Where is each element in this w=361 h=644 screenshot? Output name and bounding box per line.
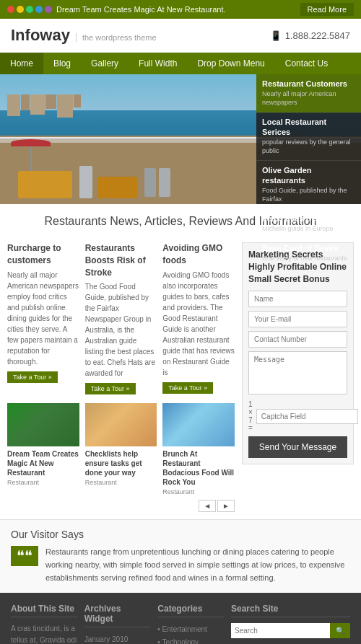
article-1: Restaurants Boosts Risk of Stroke The Go… — [85, 242, 157, 394]
thumb-0-img — [7, 403, 79, 446]
sidebar-card-0[interactable]: Restaurant Customers Nearly all major Am… — [256, 74, 361, 113]
next-button[interactable]: ► — [217, 500, 235, 512]
nav-item-dropdown[interactable]: Drop Down Menu — [187, 53, 274, 74]
article-1-title: Restaurants Boosts Risk of Stroke — [85, 242, 157, 278]
footer-col-archives: Archives Widget January 2010 December 20… — [84, 604, 151, 644]
article-1-btn[interactable]: Take a Tour » — [85, 383, 136, 394]
footer-about-text: A cras tincidunt, is a tellus at, Gravid… — [11, 623, 77, 644]
sidebar-card-1-sub: popular reviews by the general public — [262, 138, 355, 155]
dot-red — [7, 6, 14, 13]
captcha-row: 1 × 7 = — [248, 400, 347, 432]
nav-item-home[interactable]: Home — [0, 53, 43, 74]
article-0-title: Rurcharge to customers — [7, 242, 79, 267]
thumb-0: Dream Team Creates Magic At New Restaura… — [7, 403, 79, 495]
hero-sidebar: Restaurant Customers Nearly all major Am… — [256, 74, 361, 204]
article-1-text: The Good Food Guide, published by the Fa… — [85, 281, 157, 379]
visitor-content: ❝❝ Restaurants range from unpretentious … — [11, 546, 350, 584]
footer-dark: About This Site A cras tincidunt, is a t… — [0, 593, 361, 644]
footer-col-categories: Categories • Entertainment • Technology … — [157, 604, 224, 644]
thumb-1-img — [85, 403, 157, 446]
header: Infoway the wordpress theme 📱 1.888.222.… — [0, 19, 361, 53]
article-2: Avoiding GMO foods Avoiding GMO foods al… — [162, 242, 235, 394]
nav-item-fullwidth[interactable]: Full Width — [129, 53, 187, 74]
article-row: Rurcharge to customers Nearly all major … — [7, 242, 235, 394]
submit-button[interactable]: Send Your Message — [248, 436, 347, 458]
read-more-button[interactable]: Read More — [300, 3, 354, 16]
sidebar-card-2[interactable]: Olive Garden restaurants Food Guide, pub… — [256, 161, 361, 209]
sidebar-card-3-title: Feast Eyes Before Food — [262, 213, 355, 224]
article-2-text: Avoiding GMO foods also incorporates gui… — [162, 270, 235, 378]
thumb-0-cat: Restaurant — [7, 479, 79, 486]
sidebar-card-4-sub: One study of new restaurants — [262, 255, 355, 263]
email-input[interactable] — [248, 311, 347, 327]
footer-link-0[interactable]: January 2010 — [84, 633, 151, 644]
article-0: Rurcharge to customers Nearly all major … — [7, 242, 79, 394]
thumb-0-title: Dream Team Creates Magic At New Restaura… — [7, 449, 79, 477]
thumb-2: Brunch At Restaurant Bodacious Food Will… — [162, 403, 235, 495]
footer-col-search: Search Site 🔍 — [231, 604, 350, 644]
sidebar-card-2-sub: Food Guide, published by the Fairfax — [262, 187, 355, 203]
top-bar-left: Dream Team Creates Magic At New Restaura… — [7, 5, 226, 14]
search-input[interactable] — [231, 623, 330, 638]
message-input[interactable] — [248, 351, 347, 394]
name-input[interactable] — [248, 291, 347, 307]
search-button[interactable]: 🔍 — [330, 623, 350, 638]
dots-container — [7, 6, 52, 13]
hero-section: Restaurant Customers Nearly all major Am… — [0, 74, 361, 204]
sidebar-card-4-title: Bean Curd of Desire — [262, 243, 355, 253]
thumb-1-cat: Restaurant — [85, 479, 157, 486]
article-2-title: Avoiding GMO foods — [162, 242, 235, 267]
thumb-2-title: Brunch At Restaurant Bodacious Food Will… — [162, 449, 235, 487]
top-bar-message: Dream Team Creates Magic At New Restaura… — [56, 5, 226, 14]
sidebar-card-4[interactable]: Bean Curd of Desire One study of new res… — [256, 239, 361, 268]
sidebar-card-1[interactable]: Local Restaurant Serices popular reviews… — [256, 113, 361, 161]
thumb-1-title: Checklists help ensure tasks get done yo… — [85, 449, 157, 477]
search-box: 🔍 — [231, 623, 350, 638]
sidebar-card-3-sub: Michelin guide in Europe — [262, 225, 355, 234]
content-left: Rurcharge to customers Nearly all major … — [7, 242, 235, 519]
captcha-label: 1 × 7 = — [248, 400, 253, 432]
pagination: ◄ ► — [7, 500, 235, 512]
quote-icon: ❝❝ — [11, 546, 38, 566]
dot-purple — [45, 6, 52, 13]
contact-form-sidebar: Marketing Secrets Highly Profitable Onli… — [242, 242, 354, 519]
footer-archives-title: Archives Widget — [84, 604, 151, 627]
top-bar: Dream Team Creates Magic At New Restaura… — [0, 0, 361, 19]
sidebar-card-3[interactable]: Feast Eyes Before Food Michelin guide in… — [256, 209, 361, 239]
footer-col-about: About This Site A cras tincidunt, is a t… — [11, 604, 77, 644]
logo-tagline: the wordpress theme — [76, 33, 157, 42]
footer-cat-1[interactable]: • Technology — [157, 636, 224, 644]
nav-item-gallery[interactable]: Gallery — [81, 53, 129, 74]
prev-button[interactable]: ◄ — [199, 500, 216, 512]
main-content: Rurcharge to customers Nearly all major … — [0, 235, 361, 519]
article-0-text: Nearly all major American newspapers emp… — [7, 270, 79, 367]
nav-item-blog[interactable]: Blog — [43, 53, 81, 74]
dot-yellow — [17, 6, 24, 13]
thumb-1: Checklists help ensure tasks get done yo… — [85, 403, 157, 495]
article-2-btn[interactable]: Take a Tour » — [162, 382, 213, 394]
captcha-input[interactable] — [256, 409, 358, 424]
contact-form-box: Marketing Secrets Highly Profitable Onli… — [242, 242, 354, 464]
sidebar-card-0-sub: Nearly all major American newspapers — [262, 90, 355, 107]
article-0-btn[interactable]: Take a Tour » — [7, 371, 58, 383]
dot-green — [26, 6, 33, 13]
logo-area: Infoway the wordpress theme — [11, 26, 157, 45]
phone-icon: 📱 — [270, 30, 282, 41]
footer-cat-0[interactable]: • Entertainment — [157, 623, 224, 636]
visitor-section: Our Visitor Says ❝❝ Restaurants range fr… — [0, 519, 361, 593]
phone-input[interactable] — [248, 331, 347, 348]
sidebar-card-0-title: Restaurant Customers — [262, 79, 355, 89]
phone-area: 📱 1.888.222.5847 — [270, 30, 350, 41]
thumbnail-row: Dream Team Creates Magic At New Restaura… — [7, 403, 235, 495]
logo[interactable]: Infoway — [11, 26, 70, 45]
visitor-text: Restaurants range from unpretentious lun… — [45, 546, 350, 584]
nav-bar: Home Blog Gallery Full Width Drop Down M… — [0, 53, 361, 74]
visitor-title: Our Visitor Says — [11, 529, 350, 540]
dot-blue — [35, 6, 43, 13]
footer-categories-title: Categories — [157, 604, 224, 617]
nav-item-contact[interactable]: Contact Us — [275, 53, 338, 74]
footer-search-title: Search Site — [231, 604, 350, 617]
phone-number: 1.888.222.5847 — [285, 30, 350, 41]
footer-about-title: About This Site — [11, 604, 77, 617]
sidebar-card-2-title: Olive Garden restaurants — [262, 165, 355, 186]
